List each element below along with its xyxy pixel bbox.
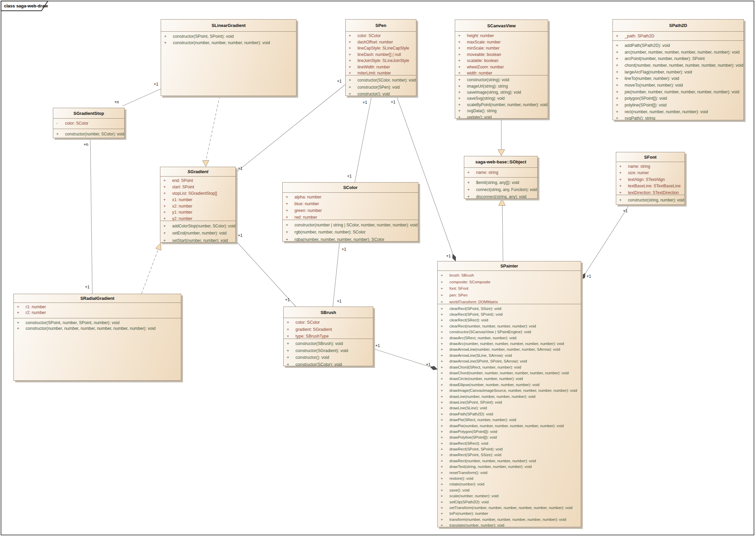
class-box-scolor[interactable]: SColor+alpha: number+blue: number+green:… bbox=[282, 182, 418, 242]
operation-signature: addPath(SPath2D): void bbox=[625, 43, 670, 48]
operation-row: +save(): void bbox=[438, 487, 581, 493]
visibility-marker: + bbox=[160, 178, 172, 183]
operation-row: +constructor(): void bbox=[284, 354, 373, 361]
attribute-row: +worldTransform: DOMMatrix bbox=[438, 298, 581, 304]
visibility-marker: + bbox=[160, 204, 172, 209]
association-sradialgradient-sgradientstop[interactable] bbox=[90, 138, 92, 294]
realization-sradialgradient-sgradient[interactable] bbox=[141, 249, 158, 294]
operation-row: +disconnect(string, any): void bbox=[464, 193, 537, 198]
attribute-signature: dashOffset: number bbox=[357, 40, 393, 44]
visibility-marker: + bbox=[464, 180, 476, 185]
visibility-marker: + bbox=[455, 71, 467, 75]
class-title: SFont bbox=[616, 152, 685, 162]
operation-signature: constructor(string): void bbox=[467, 77, 509, 82]
composition-diamond-icon bbox=[452, 254, 456, 261]
association-sgradient-sbrush[interactable] bbox=[236, 241, 296, 307]
operation-row: +saveSvg(string): void bbox=[455, 95, 548, 101]
multiplicity-label: +1 bbox=[375, 343, 380, 348]
visibility-marker: + bbox=[438, 523, 449, 527]
class-box-spen[interactable]: SPen+color: SColor+dashOffset: number+li… bbox=[345, 19, 416, 96]
operations-compartment: +constructor(number | string | SColor, n… bbox=[283, 220, 418, 241]
visibility-marker: + bbox=[613, 50, 625, 55]
operation-signature: transform(number, number, number, number… bbox=[449, 517, 566, 522]
attribute-row: +x2: number bbox=[160, 203, 235, 209]
class-title: SLinearGradient bbox=[161, 20, 296, 32]
attribute-row: +font: SFont bbox=[438, 285, 581, 292]
class-box-spath2d[interactable]: SPath2D+_path: SPath2D+addPath(SPath2D):… bbox=[612, 19, 744, 120]
visibility-marker: + bbox=[464, 187, 476, 192]
attributes-compartment: +brush: SBrush+composite: SComposite+fon… bbox=[438, 271, 581, 304]
attribute-signature: lineDash: number[] | null bbox=[357, 52, 401, 57]
multiplicity-label: +1 bbox=[623, 209, 628, 213]
attribute-row: +width: number bbox=[455, 70, 548, 75]
attribute-signature: textDirection: STextDirection bbox=[628, 190, 679, 195]
visibility-marker: + bbox=[613, 43, 625, 48]
generalization-spainter-sobject[interactable] bbox=[502, 206, 503, 261]
multiplicity-label: +1 bbox=[238, 166, 243, 171]
class-box-spainter[interactable]: SPainter+brush: SBrush+composite: SCompo… bbox=[437, 261, 581, 527]
class-box-sradialgradient[interactable]: SRadialGradient+r1: number+r2: number+co… bbox=[13, 294, 181, 381]
operation-row: +drawArc(SRect, number, number): void bbox=[438, 335, 581, 341]
operation-signature: rgb(number, number, number): SColor bbox=[294, 230, 366, 234]
attribute-row: +r1: number bbox=[14, 304, 181, 310]
class-box-scanvasview[interactable]: SCanvasView+height: number+maxScale: num… bbox=[455, 20, 548, 119]
class-box-sobject[interactable]: saga-web-base::SObject+name: string+$emi… bbox=[464, 156, 538, 199]
operation-row: +rgb(number, number, number): SColor bbox=[283, 229, 418, 236]
visibility-marker: + bbox=[616, 164, 628, 169]
attribute-row: +minScale: number bbox=[455, 45, 548, 52]
operation-signature: drawPie(number, number, number, number, … bbox=[449, 424, 564, 428]
association-sgradient-spen[interactable] bbox=[236, 85, 345, 172]
association-slineargradient-sgradientstop[interactable] bbox=[122, 89, 161, 106]
association-spen-scolor[interactable] bbox=[355, 96, 372, 182]
visibility-marker: + bbox=[438, 500, 449, 504]
attributes-compartment: +r1: number+r2: number bbox=[14, 303, 181, 318]
operation-signature: drawArc(SRect, number, number): void bbox=[449, 336, 516, 340]
operation-row: +imageUrl(string): string bbox=[455, 83, 548, 89]
operation-row: +addColorStop(number, SColor): void bbox=[160, 222, 235, 230]
visibility-marker: + bbox=[160, 224, 172, 228]
operation-signature: drawRect(SRect): void bbox=[449, 441, 488, 445]
visibility-marker: + bbox=[438, 406, 449, 410]
class-box-sfont[interactable]: SFont+name: string+size: numer+textAlign… bbox=[616, 152, 685, 205]
attribute-row: +moveable: boolean bbox=[455, 52, 548, 58]
operation-signature: imageUrl(string): string bbox=[467, 84, 508, 89]
composition-sfont-spainter[interactable] bbox=[584, 205, 629, 276]
visibility-marker: + bbox=[283, 215, 294, 220]
operation-signature: clearRect(number, number, number, number… bbox=[449, 324, 536, 328]
visibility-marker: + bbox=[160, 238, 172, 242]
operation-signature: clearRect(SPoint, SPoint): void bbox=[449, 312, 503, 316]
operation-signature: arcPoint(number, number, number): SPoint bbox=[625, 56, 705, 61]
operation-row: +constructor(string): void bbox=[455, 77, 548, 83]
visibility-marker: + bbox=[284, 341, 295, 346]
operation-row: +drawChord(number, number, number, numbe… bbox=[438, 370, 581, 376]
operation-signature: pie(number, number, number, number, numb… bbox=[625, 90, 739, 94]
operation-signature: drawPolygon(SPoint[]): void bbox=[449, 430, 497, 434]
operation-signature: chord(number, number, number, number, nu… bbox=[625, 63, 743, 68]
visibility-marker: + bbox=[284, 334, 295, 339]
operation-row: +connect(string, any, Function): void bbox=[464, 186, 537, 193]
visibility-marker: + bbox=[438, 506, 449, 510]
association-scolor-sbrush[interactable] bbox=[333, 242, 340, 307]
multiplicity-label: +1 bbox=[587, 274, 591, 279]
operation-row: +drawRect(SPoint, SPoint): void bbox=[438, 446, 581, 452]
visibility-marker: + bbox=[464, 194, 476, 199]
composition-sbrush-spainter[interactable] bbox=[373, 349, 431, 367]
realization-slineargradient-sgradient[interactable] bbox=[206, 96, 220, 161]
class-box-sgradientstop[interactable]: SGradientStop-color: SColor+constructor(… bbox=[53, 108, 125, 138]
class-box-slineargradient[interactable]: SLinearGradient+constructor(SPoint, SPoi… bbox=[161, 19, 296, 96]
operation-row: +drawArrowLine(SPoint, SPoint, SArrow): … bbox=[438, 358, 581, 364]
class-box-sbrush[interactable]: SBrush+color: SColor+gradient: SGradient… bbox=[283, 307, 373, 366]
attribute-signature: y1: number bbox=[172, 210, 192, 215]
attribute-row: +color: SColor bbox=[284, 319, 373, 326]
operation-row: +drawText(string, number, number, number… bbox=[438, 464, 581, 470]
visibility-marker: + bbox=[53, 132, 65, 136]
attribute-row: +y1: number bbox=[160, 209, 235, 216]
visibility-marker: + bbox=[438, 307, 449, 311]
operation-row: +drawPolygon(SPoint[]): void bbox=[438, 429, 581, 434]
attribute-row: +size: numer bbox=[616, 170, 685, 177]
operations-compartment: +constructor(number, SColor): void bbox=[53, 129, 124, 138]
class-box-sgradient[interactable]: SGradient+end: SPoint+start: SPoint+stop… bbox=[160, 167, 236, 243]
attribute-row: +textAlign: STextAlign bbox=[616, 176, 685, 183]
visibility-marker: + bbox=[284, 348, 295, 353]
visibility-marker: + bbox=[160, 216, 172, 221]
